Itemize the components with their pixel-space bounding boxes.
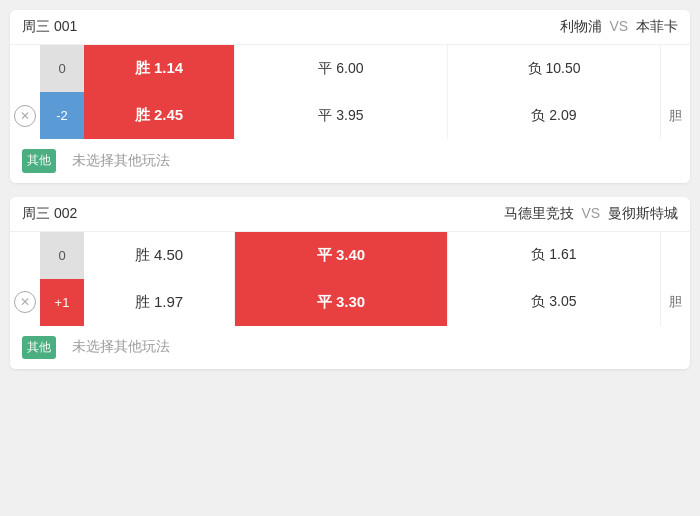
x-col (10, 45, 40, 92)
odds-row-1: -2胜 2.45平 3.95负 2.09胆 (40, 92, 690, 139)
cell-lose[interactable]: 负 1.61 (447, 232, 660, 279)
cell-draw[interactable]: 平 3.30 (234, 279, 447, 326)
cell-dan (660, 45, 690, 92)
other-text: 未选择其他玩法 (72, 338, 170, 356)
cell-lose[interactable]: 负 2.09 (447, 92, 660, 139)
other-row[interactable]: 其他未选择其他玩法 (10, 326, 690, 370)
vs-label: VS (581, 205, 600, 221)
cell-lose[interactable]: 负 3.05 (447, 279, 660, 326)
cell-win[interactable]: 胜 4.50 (84, 232, 234, 279)
cell-handicap: 0 (40, 45, 84, 92)
match-header: 周三 002马德里竞技 VS 曼彻斯特城 (10, 197, 690, 232)
odds-row-wrap-0: 0胜 1.14平 6.00负 10.50 (10, 45, 690, 92)
other-label: 其他 (22, 336, 56, 360)
match-card-1: 周三 002马德里竞技 VS 曼彻斯特城0胜 4.50平 3.40负 1.61✕… (10, 197, 690, 370)
match-id: 周三 002 (22, 205, 77, 223)
x-col: ✕ (10, 92, 40, 139)
cell-lose[interactable]: 负 10.50 (447, 45, 660, 92)
odds-rows-outer: 0胜 1.14平 6.00负 10.50✕-2胜 2.45平 3.95负 2.0… (10, 45, 690, 183)
cell-win[interactable]: 胜 1.97 (84, 279, 234, 326)
vs-label: VS (609, 18, 628, 34)
odds-rows-outer: 0胜 4.50平 3.40负 1.61✕+1胜 1.97平 3.30负 3.05… (10, 232, 690, 370)
cell-handicap: -2 (40, 92, 84, 139)
x-col (10, 232, 40, 279)
match-id: 周三 001 (22, 18, 77, 36)
remove-icon[interactable]: ✕ (14, 291, 36, 313)
other-label: 其他 (22, 149, 56, 173)
match-header: 周三 001利物浦 VS 本菲卡 (10, 10, 690, 45)
odds-row-0: 0胜 4.50平 3.40负 1.61 (40, 232, 690, 279)
odds-row-wrap-1: ✕+1胜 1.97平 3.30负 3.05胆 (10, 279, 690, 326)
cell-draw[interactable]: 平 3.40 (234, 232, 447, 279)
cell-draw[interactable]: 平 3.95 (234, 92, 447, 139)
cell-handicap: +1 (40, 279, 84, 326)
cell-win[interactable]: 胜 2.45 (84, 92, 234, 139)
odds-row-0: 0胜 1.14平 6.00负 10.50 (40, 45, 690, 92)
match-card-0: 周三 001利物浦 VS 本菲卡0胜 1.14平 6.00负 10.50✕-2胜… (10, 10, 690, 183)
cell-dan: 胆 (660, 92, 690, 139)
cell-dan (660, 232, 690, 279)
match-teams: 利物浦 VS 本菲卡 (560, 18, 678, 36)
cell-dan: 胆 (660, 279, 690, 326)
cell-handicap: 0 (40, 232, 84, 279)
odds-row-wrap-0: 0胜 4.50平 3.40负 1.61 (10, 232, 690, 279)
other-row[interactable]: 其他未选择其他玩法 (10, 139, 690, 183)
x-col: ✕ (10, 279, 40, 326)
remove-icon[interactable]: ✕ (14, 105, 36, 127)
odds-row-1: +1胜 1.97平 3.30负 3.05胆 (40, 279, 690, 326)
cell-draw[interactable]: 平 6.00 (234, 45, 447, 92)
odds-row-wrap-1: ✕-2胜 2.45平 3.95负 2.09胆 (10, 92, 690, 139)
match-teams: 马德里竞技 VS 曼彻斯特城 (504, 205, 678, 223)
cell-win[interactable]: 胜 1.14 (84, 45, 234, 92)
other-text: 未选择其他玩法 (72, 152, 170, 170)
